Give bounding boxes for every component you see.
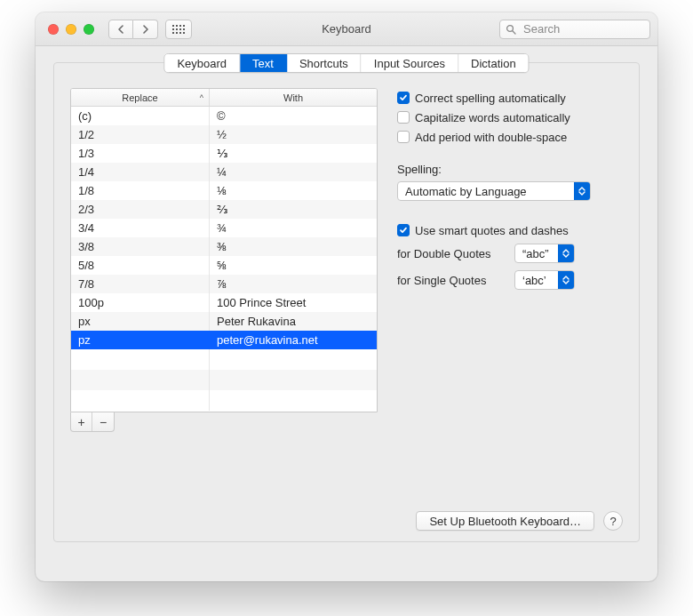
cell-replace: 2/3	[71, 200, 210, 219]
tab-label: Shortcuts	[299, 57, 348, 70]
cell-with: Peter Rukavina	[210, 312, 377, 331]
window-controls	[48, 24, 94, 35]
single-quotes-label: for Single Quotes	[397, 274, 506, 287]
search-field[interactable]	[499, 20, 650, 39]
stepper-arrows-icon	[574, 182, 590, 200]
cell-with: peter@rukavina.net	[210, 331, 377, 349]
cell-replace: (c)	[71, 107, 210, 125]
table-empty-area	[71, 349, 377, 412]
tab-dictation[interactable]: Dictation	[458, 54, 529, 72]
cell-replace: pz	[71, 331, 210, 349]
smart-quotes-checkbox[interactable]: Use smart quotes and dashes	[397, 220, 623, 240]
correct-spelling-checkbox[interactable]: Correct spelling automatically	[397, 88, 623, 108]
add-row-button[interactable]: +	[71, 412, 92, 431]
cell-with: ⅓	[210, 144, 377, 163]
forward-button[interactable]	[133, 20, 158, 39]
table-row[interactable]: 1/3⅓	[71, 144, 377, 163]
checkbox-icon	[397, 92, 410, 104]
minimize-window-button[interactable]	[66, 24, 76, 35]
zoom-window-button[interactable]	[84, 24, 94, 35]
substitutions-table[interactable]: Replace ^ With (c)©1/2½1/3⅓1/4¼1/8⅛2/3⅔3…	[70, 88, 378, 412]
cell-with: ½	[210, 125, 377, 144]
content-area: Keyboard Text Shortcuts Input Sources Di…	[36, 46, 657, 581]
table-row[interactable]: 3/4¾	[71, 219, 377, 237]
single-quotes-popup[interactable]: ‘abc’	[514, 270, 575, 290]
cell-with: ©	[210, 107, 377, 125]
remove-row-button[interactable]: −	[92, 412, 114, 431]
grid-icon	[172, 25, 185, 34]
preferences-window: Keyboard Keyboard Text Shortcuts Input S…	[36, 12, 657, 581]
button-label: Set Up Bluetooth Keyboard…	[429, 515, 581, 528]
cell-replace: 1/3	[71, 144, 210, 163]
plus-icon: +	[77, 415, 84, 429]
cell-with: ¼	[210, 163, 377, 181]
show-all-button[interactable]	[165, 20, 192, 39]
help-button[interactable]: ?	[603, 511, 623, 531]
double-quotes-label: for Double Quotes	[397, 247, 506, 260]
table-row[interactable]: 1/4¼	[71, 163, 377, 181]
sort-indicator-icon: ^	[200, 93, 203, 102]
cell-with: ⅝	[210, 256, 377, 275]
table-row[interactable]: pzpeter@rukavina.net	[71, 331, 377, 349]
table-row[interactable]: 1/2½	[71, 125, 377, 144]
table-row[interactable]: 1/8⅛	[71, 181, 377, 200]
close-window-button[interactable]	[48, 24, 59, 35]
checkbox-label: Capitalize words automatically	[415, 111, 570, 124]
tab-label: Keyboard	[177, 57, 227, 70]
checkbox-label: Add period with double-space	[415, 131, 567, 144]
table-header: Replace ^ With	[71, 89, 377, 107]
checkbox-label: Use smart quotes and dashes	[415, 224, 569, 237]
tab-input-sources[interactable]: Input Sources	[362, 54, 458, 72]
table-body: (c)©1/2½1/3⅓1/4¼1/8⅛2/3⅔3/4¾3/8⅜5/8⅝7/8⅞…	[71, 107, 377, 349]
table-row[interactable]: 2/3⅔	[71, 200, 377, 219]
column-header-with[interactable]: With	[210, 89, 377, 106]
table-row[interactable]: pxPeter Rukavina	[71, 312, 377, 331]
cell-with: ⅔	[210, 200, 377, 219]
search-icon	[506, 24, 516, 35]
spelling-label: Spelling:	[397, 163, 623, 176]
tab-text[interactable]: Text	[240, 54, 287, 72]
checkbox-icon	[397, 224, 410, 236]
capitalize-words-checkbox[interactable]: Capitalize words automatically	[397, 108, 623, 127]
add-remove-controls: + −	[70, 412, 115, 432]
bluetooth-keyboard-button[interactable]: Set Up Bluetooth Keyboard…	[416, 511, 594, 531]
help-icon: ?	[609, 515, 616, 528]
table-row[interactable]: 7/8⅞	[71, 275, 377, 293]
minus-icon: −	[100, 415, 107, 429]
cell-with: ⅛	[210, 181, 377, 200]
spelling-popup[interactable]: Automatic by Language	[397, 181, 591, 201]
cell-replace: 7/8	[71, 275, 210, 293]
chevron-right-icon	[142, 25, 149, 34]
cell-replace: 100p	[71, 293, 210, 312]
tab-keyboard[interactable]: Keyboard	[164, 54, 240, 72]
cell-replace: 3/8	[71, 237, 210, 256]
svg-line-1	[513, 30, 515, 33]
cell-replace: 3/4	[71, 219, 210, 237]
tab-bar: Keyboard Text Shortcuts Input Sources Di…	[163, 53, 529, 73]
checkbox-icon	[397, 131, 410, 143]
add-period-checkbox[interactable]: Add period with double-space	[397, 127, 623, 147]
tab-shortcuts[interactable]: Shortcuts	[287, 54, 362, 72]
stepper-arrows-icon	[558, 271, 574, 289]
popup-value: ‘abc’	[522, 274, 546, 287]
search-input[interactable]	[522, 21, 644, 36]
footer: Set Up Bluetooth Keyboard… ?	[54, 511, 639, 531]
cell-with: 100 Prince Street	[210, 293, 377, 312]
header-label: Replace	[122, 92, 157, 103]
tab-label: Input Sources	[374, 57, 445, 70]
tab-label: Dictation	[471, 57, 516, 70]
inset-panel: Keyboard Text Shortcuts Input Sources Di…	[53, 62, 640, 542]
cell-replace: px	[71, 312, 210, 331]
table-row[interactable]: 100p100 Prince Street	[71, 293, 377, 312]
stepper-arrows-icon	[558, 244, 574, 262]
double-quotes-popup[interactable]: “abc”	[514, 244, 575, 263]
back-button[interactable]	[108, 20, 133, 39]
cell-with: ¾	[210, 219, 377, 237]
cell-with: ⅞	[210, 275, 377, 293]
column-header-replace[interactable]: Replace ^	[71, 89, 210, 106]
table-row[interactable]: 3/8⅜	[71, 237, 377, 256]
table-row[interactable]: 5/8⅝	[71, 256, 377, 275]
text-options: Correct spelling automatically Capitaliz…	[397, 88, 623, 432]
cell-replace: 1/4	[71, 163, 210, 181]
table-row[interactable]: (c)©	[71, 107, 377, 125]
